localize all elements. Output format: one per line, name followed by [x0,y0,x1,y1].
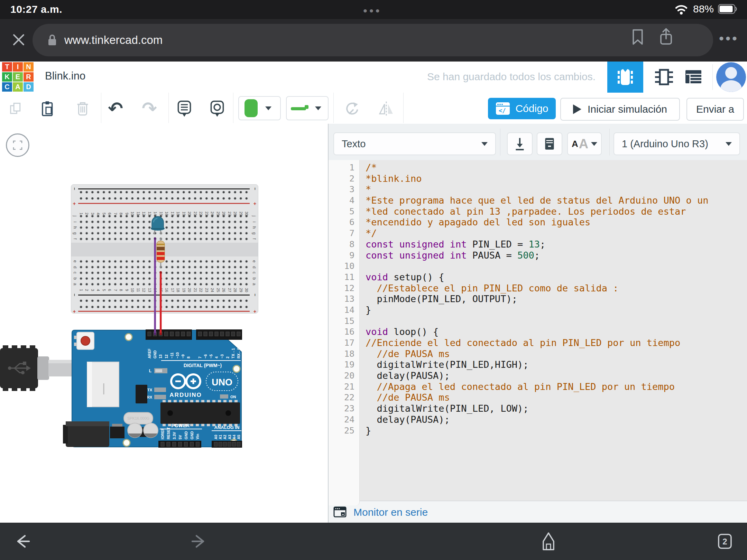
code-line[interactable]: delay(PAUSA); [360,370,747,381]
header-pin[interactable] [184,442,188,446]
color-picker-dropdown[interactable] [238,96,281,120]
libraries-button[interactable] [537,132,562,155]
header-pin[interactable] [178,442,182,446]
code-mode-dropdown[interactable]: Texto [333,132,496,155]
serial-monitor-bar[interactable]: Monitor en serie [329,501,747,523]
nav-back-button[interactable] [12,531,33,552]
digital-header-right[interactable] [196,329,242,340]
close-tab-button[interactable] [10,31,28,49]
header-pin[interactable] [228,442,231,446]
header-pin[interactable] [170,332,174,336]
code-line[interactable]: const unsigned int PIN_LED = 13; [360,239,747,250]
schematic-view-button[interactable] [649,62,679,93]
code-line[interactable]: *encendido y apagado del led son iguales [360,217,747,228]
code-line[interactable]: *blink.ino [360,173,747,184]
header-pin[interactable] [231,332,235,336]
code-line[interactable]: *Este programa hace que el led de status… [360,195,747,206]
header-pin[interactable] [181,332,185,336]
header-pin[interactable] [148,332,151,336]
code-line[interactable]: *led conectado al pin 13 ,parpadee. Los … [360,206,747,217]
breadboard-holes[interactable] [78,189,250,202]
code-line[interactable]: } [360,305,747,316]
components-view-button[interactable] [607,62,643,93]
header-pin[interactable] [198,332,202,336]
code-line[interactable]: /* [360,162,747,173]
rotate-button[interactable] [342,99,361,118]
code-line[interactable]: * [360,184,747,195]
code-line[interactable]: delay(PAUSA); [360,414,747,425]
tinkercad-logo[interactable]: TINKERCAD [2,62,34,92]
header-pin[interactable] [165,332,168,336]
nav-forward-button[interactable] [188,531,209,552]
code-line[interactable]: void setup() { [360,272,747,283]
header-pin[interactable] [161,442,164,446]
reset-button[interactable] [74,332,94,349]
bookmark-icon[interactable] [629,27,647,47]
code-line[interactable]: digitalWrite(PIN_LED, LOW); [360,403,747,414]
code-line[interactable]: pinMode(PIN_LED, OUTPUT); [360,293,747,305]
start-simulation-button[interactable]: Iniciar simulación [560,98,680,121]
header-pin[interactable] [187,332,190,336]
header-pin[interactable] [190,442,194,446]
header-pin[interactable] [196,442,199,446]
header-pin[interactable] [176,332,179,336]
notes-button[interactable] [175,99,194,118]
delete-button[interactable] [73,99,92,118]
download-code-button[interactable] [507,132,533,155]
code-line[interactable]: digitalWrite(PIN_LED,HIGH); [360,359,747,370]
toggle-notes-visibility-button[interactable] [208,99,227,118]
browser-menu-icon[interactable]: ••• [719,31,739,46]
header-pin[interactable] [215,332,218,336]
share-icon[interactable] [656,27,676,47]
code-line[interactable]: //Establece el pin PIN_LED como de salid… [360,283,747,294]
circuit-canvas[interactable]: 1122334455667788991010111112121313141415… [0,124,328,523]
header-pin[interactable] [237,442,240,446]
code-line[interactable]: void loop() { [360,326,747,337]
header-pin[interactable] [219,442,222,446]
header-pin[interactable] [214,442,218,446]
code-button[interactable]: </ Código [488,98,556,119]
code-line[interactable] [360,261,747,272]
code-line[interactable] [360,316,747,327]
header-pin[interactable] [237,332,240,336]
header-pin[interactable] [223,442,227,446]
digital-header-left[interactable] [146,329,192,340]
header-pin[interactable] [173,442,176,446]
header-pin[interactable] [204,332,207,336]
send-to-button[interactable]: Enviar a [686,98,744,121]
paste-button[interactable] [38,99,57,118]
header-pin[interactable] [226,332,229,336]
design-title[interactable]: Blink.ino [45,70,85,82]
wire-gnd-purple[interactable] [154,237,156,335]
nav-tabs-button[interactable]: 2 [714,531,735,552]
code-lines[interactable]: /**blink.ino**Este programa hace que el … [360,160,747,436]
code-line[interactable]: //de PAUSA ms [360,392,747,403]
code-editor[interactable]: 1234567891011121314151617181920212223242… [329,160,747,501]
copy-button[interactable] [6,99,26,118]
component-list-view-button[interactable] [679,62,709,93]
header-pin[interactable] [220,332,224,336]
board-select-dropdown[interactable]: 1 (Arduino Uno R3) [614,132,740,155]
avatar[interactable] [716,62,746,92]
breadboard-holes[interactable] [78,298,250,310]
code-line[interactable]: //Apaga el led conectado al pin PIN_LED … [360,381,747,392]
redo-button[interactable]: ↷ [140,99,159,118]
arduino-uno-board[interactable]: DIGITAL (PWM~) L TX RX ARDUINO UNO [0,327,242,448]
breadboard-holes[interactable] [78,259,250,287]
code-line[interactable]: //de PAUSA ms [360,348,747,360]
address-bar[interactable]: www.tinkercad.com [33,24,713,56]
nav-home-button[interactable] [538,531,559,552]
code-line[interactable]: } [360,425,747,436]
header-pin[interactable] [167,442,170,446]
header-pin[interactable] [232,442,236,446]
code-line[interactable]: */ [360,228,747,239]
code-line[interactable]: //Enciende el led conectado al pin PIN_L… [360,337,747,348]
undo-button[interactable]: ↶ [106,99,125,118]
code-line[interactable]: const unsigned int PAUSA = 500; [360,250,747,261]
wire-pin13-red[interactable] [159,271,162,335]
zoom-to-fit-button[interactable] [6,133,29,157]
flip-button[interactable] [377,99,396,118]
header-pin[interactable] [209,332,213,336]
font-size-dropdown[interactable]: A A [567,132,602,155]
wire-style-dropdown[interactable] [286,96,329,120]
